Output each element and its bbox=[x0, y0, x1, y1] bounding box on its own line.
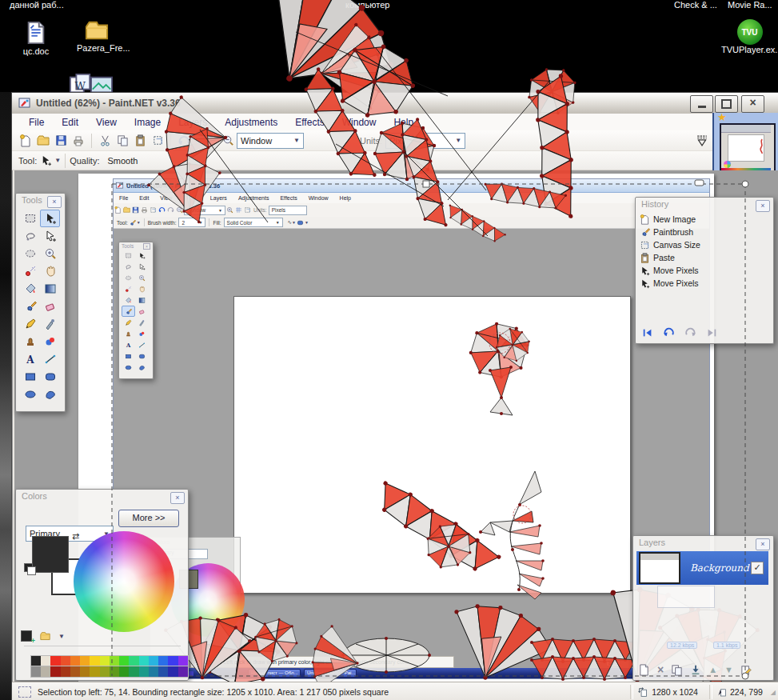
title-bar[interactable]: Untitled (62%) - Paint.NET v3.36 × bbox=[12, 93, 778, 114]
palette-menu-arrow[interactable]: ▼ bbox=[58, 633, 65, 640]
close-button[interactable]: × bbox=[741, 95, 764, 113]
layer-row-background[interactable]: Background ✓ bbox=[636, 551, 768, 585]
tool-paintbrush[interactable] bbox=[20, 298, 40, 315]
tool-gradient[interactable] bbox=[40, 280, 60, 298]
units-combo[interactable]: Pixels▼ bbox=[385, 133, 465, 149]
resize-grip[interactable]: ◢ bbox=[771, 689, 776, 696]
tools-close-icon[interactable]: × bbox=[47, 196, 62, 208]
menu-effects[interactable]: Effects bbox=[286, 114, 333, 130]
tool-color-picker[interactable] bbox=[40, 315, 60, 333]
tool-lasso-select[interactable] bbox=[20, 227, 40, 245]
tool-text[interactable] bbox=[20, 350, 40, 368]
cursor-position-value: 224, 799 bbox=[730, 687, 763, 697]
desktop-icon-doc[interactable]: цс.doc bbox=[22, 19, 50, 66]
swatch-row-2[interactable] bbox=[30, 666, 189, 678]
colors-palette: Colors × Primary▼ More >> ⇄ + ▼ bbox=[15, 489, 189, 681]
menu-image[interactable]: Image bbox=[126, 114, 170, 130]
history-item[interactable]: New Image bbox=[636, 213, 773, 226]
color-wheel[interactable] bbox=[74, 531, 174, 632]
desktop-icon-folder[interactable]: Pazera_Fre... bbox=[77, 19, 117, 66]
palette-menu-icon[interactable] bbox=[39, 631, 51, 642]
tool-pencil[interactable] bbox=[20, 315, 40, 333]
tool-rect-select[interactable] bbox=[20, 210, 40, 227]
tool-recolor[interactable] bbox=[40, 333, 60, 350]
tool-pan[interactable] bbox=[40, 262, 60, 280]
minimize-button[interactable] bbox=[690, 95, 713, 113]
history-redo-button[interactable] bbox=[684, 326, 696, 338]
menu-window[interactable]: Window bbox=[333, 114, 385, 130]
zoom-combo[interactable]: Window▼ bbox=[237, 133, 304, 149]
tool-label: Tool: bbox=[18, 156, 37, 166]
maximize-button[interactable] bbox=[715, 95, 738, 113]
delete-layer-button[interactable]: × bbox=[657, 663, 664, 676]
print-button[interactable] bbox=[70, 133, 87, 149]
colors-close-icon[interactable]: × bbox=[170, 492, 185, 504]
history-item[interactable]: Paintbrush bbox=[636, 226, 773, 238]
tool-magic-wand[interactable] bbox=[20, 262, 40, 280]
open-button[interactable] bbox=[34, 133, 52, 149]
inner-menu-help: Help bbox=[334, 195, 357, 201]
history-undo-button[interactable] bbox=[663, 326, 675, 338]
merge-layer-button[interactable] bbox=[690, 664, 701, 675]
layer-visibility-checkbox[interactable]: ✓ bbox=[751, 562, 764, 574]
image-thumbnail[interactable] bbox=[720, 123, 776, 173]
menu-adjustments[interactable]: Adjustments bbox=[216, 114, 286, 130]
tool-ellipse-select[interactable] bbox=[20, 245, 40, 262]
menu-help[interactable]: Help bbox=[385, 114, 422, 130]
add-color-icon[interactable]: + bbox=[21, 630, 32, 642]
crop-to-selection-button[interactable] bbox=[149, 133, 166, 149]
tool-ellipse[interactable] bbox=[20, 386, 40, 403]
menu-layers[interactable]: Layers bbox=[170, 114, 216, 130]
layer-properties-button[interactable] bbox=[740, 664, 752, 676]
inner-paintnet-icon bbox=[116, 182, 124, 190]
inner-canvas bbox=[233, 296, 631, 594]
inner-toolbar: Window▼ Units: Pixels bbox=[114, 203, 709, 218]
desktop-icon-tvu[interactable]: TVU TVUPlayer.ex... bbox=[721, 19, 778, 67]
save-button[interactable] bbox=[52, 133, 70, 149]
tool-clone-stamp[interactable] bbox=[20, 333, 40, 350]
history-item[interactable]: Canvas Size bbox=[636, 238, 773, 251]
tool-rounded-rectangle[interactable] bbox=[40, 368, 60, 386]
duplicate-layer-button[interactable] bbox=[671, 664, 683, 676]
tool-move-selection[interactable] bbox=[40, 227, 60, 245]
add-layer-button[interactable] bbox=[638, 664, 650, 676]
tool-zoom[interactable] bbox=[40, 245, 60, 262]
history-close-icon[interactable]: × bbox=[756, 200, 770, 212]
folder-icon bbox=[83, 19, 110, 43]
zoom-out-icon[interactable] bbox=[219, 133, 237, 149]
layers-close-icon[interactable]: × bbox=[756, 538, 770, 550]
move-layer-down-button[interactable]: ▼ bbox=[724, 665, 733, 674]
primary-color-swatch[interactable] bbox=[32, 536, 69, 573]
tool-paint-bucket[interactable] bbox=[20, 280, 40, 298]
history-rewind-button[interactable] bbox=[642, 327, 653, 338]
tool-freeform[interactable] bbox=[40, 386, 60, 403]
tool-rectangle[interactable] bbox=[20, 368, 40, 386]
history-item[interactable]: Move Pixels bbox=[636, 277, 773, 290]
tool-dropdown-arrow[interactable]: ▼ bbox=[54, 157, 61, 164]
cut-button[interactable] bbox=[96, 133, 114, 149]
tool-line-curve[interactable] bbox=[40, 350, 60, 368]
inner-menu-file: File bbox=[114, 195, 134, 201]
paste-button[interactable] bbox=[131, 133, 149, 149]
history-fastforward-button[interactable] bbox=[706, 327, 717, 338]
menu-edit[interactable]: Edit bbox=[53, 114, 87, 130]
new-button[interactable] bbox=[17, 133, 34, 149]
tool-move-pixels[interactable] bbox=[40, 210, 60, 227]
move-layer-up-button[interactable]: ▲ bbox=[708, 665, 717, 674]
current-tool-move-icon[interactable] bbox=[37, 153, 54, 169]
selection-info: Selection top left: 75, 14. Bounding rec… bbox=[38, 687, 389, 697]
more-button[interactable]: More >> bbox=[118, 510, 179, 527]
undo-button[interactable] bbox=[175, 133, 193, 149]
menu-file[interactable]: File bbox=[20, 114, 53, 130]
tool-eraser[interactable] bbox=[40, 298, 60, 315]
desktop-label-computer: компьютер bbox=[345, 0, 389, 10]
menu-view[interactable]: View bbox=[87, 114, 126, 130]
copy-button[interactable] bbox=[114, 133, 131, 149]
history-item[interactable]: Move Pixels bbox=[636, 264, 773, 277]
toolbar-overflow-icon[interactable] bbox=[696, 135, 708, 146]
history-item[interactable]: Paste bbox=[636, 251, 773, 264]
quality-label: Quality: bbox=[70, 156, 99, 166]
quality-value[interactable]: Smooth bbox=[107, 156, 138, 166]
swap-colors-icon[interactable]: ⇄ bbox=[72, 531, 79, 542]
redo-button[interactable] bbox=[193, 133, 210, 149]
